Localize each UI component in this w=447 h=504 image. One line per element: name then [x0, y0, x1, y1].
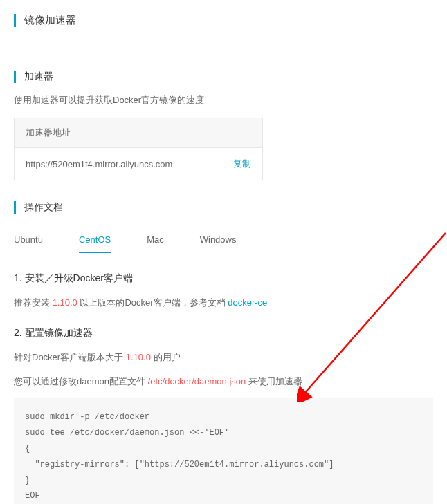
step2-line2: 您可以通过修改daemon配置文件 /etc/docker/daemon.jso…: [14, 375, 433, 389]
step1-version: 1.10.0: [53, 297, 77, 308]
step2-line2-suffix: 来使用加速器: [246, 376, 302, 386]
copy-button[interactable]: 复制: [233, 158, 251, 170]
step2-title: 2. 配置镜像加速器: [14, 327, 433, 339]
tab-centos[interactable]: CentOS: [79, 227, 111, 253]
page-title-bar: 镜像加速器: [14, 14, 433, 27]
step1-text: 推荐安装 1.10.0 以上版本的Docker客户端，参考文档 docker-c…: [14, 296, 433, 310]
divider: [14, 55, 433, 55]
step2-line1-version: 1.10.0: [126, 352, 151, 362]
code-block: sudo mkdir -p /etc/docker sudo tee /etc/…: [14, 398, 433, 504]
docker-ce-link[interactable]: docker-ce: [228, 297, 267, 308]
step2-line1: 针对Docker客户端版本大于 1.10.0 的用户: [14, 351, 433, 365]
tab-mac[interactable]: Mac: [147, 227, 164, 253]
accelerator-title: 加速器: [24, 71, 433, 83]
mirror-url: https://520em1t4.mirror.aliyuncs.com: [26, 159, 172, 169]
tab-ubuntu[interactable]: Ubuntu: [14, 227, 43, 253]
mirror-box: 加速器地址 https://520em1t4.mirror.aliyuncs.c…: [14, 118, 263, 180]
mirror-address-label: 加速器地址: [15, 118, 262, 148]
accelerator-title-bar: 加速器: [14, 71, 433, 83]
step1-text-prefix: 推荐安装: [14, 297, 53, 308]
step1-text-mid: 以上版本的Docker客户端，参考文档: [77, 297, 228, 308]
step2-line2-prefix: 您可以通过修改daemon配置文件: [14, 376, 148, 386]
step2-line2-path: /etc/docker/daemon.json: [148, 376, 246, 386]
docs-title: 操作文档: [24, 201, 433, 214]
step1-title: 1. 安装／升级Docker客户端: [14, 272, 433, 285]
step2-line1-prefix: 针对Docker客户端版本大于: [14, 352, 126, 362]
tab-windows[interactable]: Windows: [200, 227, 237, 253]
os-tabs: Ubuntu CentOS Mac Windows: [14, 227, 433, 253]
step2-line1-suffix: 的用户: [151, 352, 181, 362]
page-title: 镜像加速器: [24, 14, 433, 27]
accelerator-desc: 使用加速器可以提升获取Docker官方镜像的速度: [14, 94, 433, 106]
docs-title-bar: 操作文档: [14, 201, 433, 214]
